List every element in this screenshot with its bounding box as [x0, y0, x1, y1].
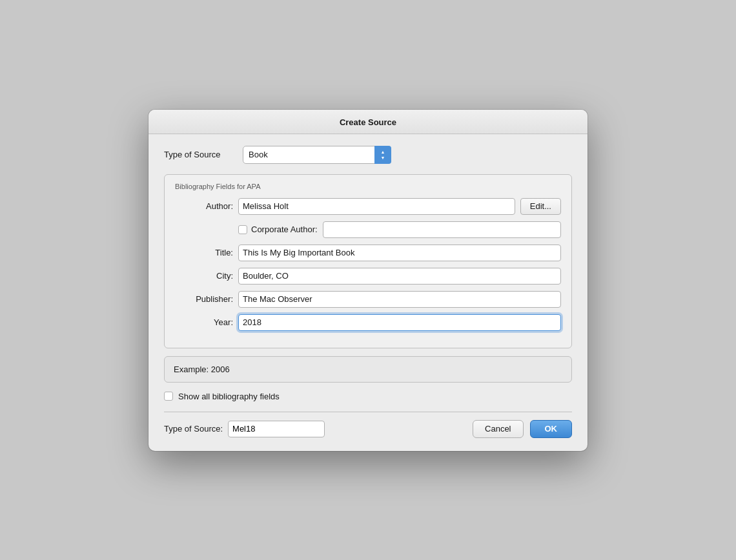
corporate-author-label: Corporate Author:	[251, 225, 318, 234]
author-label: Author:	[175, 201, 233, 211]
tag-input[interactable]	[228, 421, 325, 437]
publisher-field-row: Publisher:	[175, 291, 561, 308]
dialog-body: Type of Source Book Journal Article Web …	[148, 134, 588, 451]
author-input[interactable]	[238, 198, 515, 215]
title-label: Title:	[175, 248, 233, 257]
divider	[164, 412, 572, 412]
city-field-row: City:	[175, 268, 561, 285]
type-of-source-label: Type of Source	[164, 150, 235, 159]
example-text: Example: 2006	[174, 365, 230, 374]
bottom-row: Type of Source: Cancel OK	[164, 420, 572, 438]
publisher-input[interactable]	[238, 291, 561, 308]
example-box: Example: 2006	[164, 356, 572, 383]
show-all-checkbox[interactable]	[164, 392, 173, 401]
source-type-select[interactable]: Book Journal Article Web Site Conference…	[243, 146, 391, 164]
title-input[interactable]	[238, 245, 561, 261]
city-input[interactable]	[238, 268, 561, 285]
corporate-author-checkbox-wrapper: Corporate Author:	[238, 225, 318, 234]
show-all-label: Show all bibliography fields	[178, 392, 280, 401]
author-field-row: Author: Edit...	[175, 198, 561, 215]
show-all-row: Show all bibliography fields	[164, 392, 572, 401]
type-of-source-row: Type of Source Book Journal Article Web …	[164, 146, 572, 164]
source-select-wrapper: Book Journal Article Web Site Conference…	[243, 146, 391, 164]
bibliography-section-title: Bibliography Fields for APA	[175, 183, 561, 190]
publisher-label: Publisher:	[175, 294, 233, 304]
year-field-row: Year:	[175, 314, 561, 331]
city-label: City:	[175, 271, 233, 281]
title-field-row: Title:	[175, 245, 561, 261]
year-input[interactable]	[238, 314, 561, 331]
bibliography-section: Bibliography Fields for APA Author: Edit…	[164, 174, 572, 348]
corporate-author-checkbox[interactable]	[238, 225, 247, 234]
cancel-button[interactable]: Cancel	[473, 420, 523, 438]
tag-label: Type of Source:	[164, 424, 223, 434]
year-label: Year:	[175, 317, 233, 327]
bottom-right: Cancel OK	[473, 420, 572, 438]
corporate-author-row: Corporate Author:	[238, 221, 561, 238]
bottom-left: Type of Source:	[164, 421, 325, 437]
edit-button[interactable]: Edit...	[520, 198, 561, 215]
ok-button[interactable]: OK	[530, 420, 573, 438]
dialog-title: Create Source	[340, 117, 396, 127]
dialog-title-bar: Create Source	[148, 110, 588, 134]
create-source-dialog: Create Source Type of Source Book Journa…	[148, 110, 588, 451]
corporate-author-input[interactable]	[323, 221, 561, 238]
